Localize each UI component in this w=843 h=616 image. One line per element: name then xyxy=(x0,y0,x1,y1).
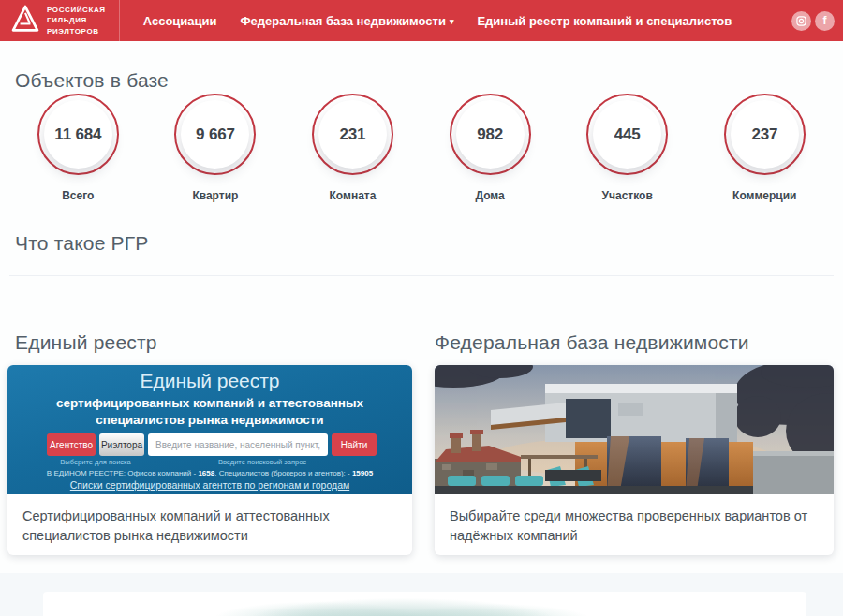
stat-circle: 982 xyxy=(450,94,531,175)
form-hints: Выберите для поиска Введите поисковый за… xyxy=(47,458,377,466)
stat-plots: 445 Участков xyxy=(558,94,696,202)
stat-total: 11 684 Всего xyxy=(9,94,147,202)
stat-value: 237 xyxy=(731,100,799,169)
stat-value: 445 xyxy=(593,100,661,169)
stat-value: 11 684 xyxy=(44,100,112,169)
facebook-icon[interactable]: f xyxy=(815,11,835,31)
map-panel xyxy=(43,592,806,616)
offices-count: 1658 xyxy=(198,469,214,477)
registry-search-input[interactable] xyxy=(148,433,328,456)
logo[interactable]: РОССИЙСКАЯ ГИЛЬДИЯ РИЭЛТОРОВ xyxy=(0,0,120,41)
stat-houses: 982 Дома xyxy=(422,94,559,202)
stat-label: Дома xyxy=(475,189,504,202)
stat-label: Коммерции xyxy=(732,189,796,202)
fdb-description: Выбирайте среди множества проверенных ва… xyxy=(435,494,834,558)
stat-value: 982 xyxy=(456,100,525,169)
stat-apartments: 9 667 Квартир xyxy=(147,94,285,202)
stat-value: 231 xyxy=(318,100,387,169)
navbar: РОССИЙСКАЯ ГИЛЬДИЯ РИЭЛТОРОВ Ассоциации … xyxy=(0,0,843,41)
social-links: f xyxy=(791,11,835,31)
stat-commercial: 237 Коммерции xyxy=(696,94,834,202)
stat-circle: 11 684 xyxy=(37,94,119,175)
stat-label: Комната xyxy=(330,189,377,202)
logo-text: РОССИЙСКАЯ ГИЛЬДИЯ РИЭЛТОРОВ xyxy=(47,5,106,37)
divider xyxy=(9,275,834,276)
fdb-card: Выбирайте среди множества проверенных ва… xyxy=(435,365,834,555)
stat-rooms: 231 Комната xyxy=(284,94,422,202)
about-section-title: Что такое РГР xyxy=(15,232,149,255)
chevron-down-icon: ▾ xyxy=(450,17,454,26)
house-photo xyxy=(435,365,834,494)
stat-label: Всего xyxy=(62,189,94,202)
instagram-icon[interactable] xyxy=(791,11,811,31)
stats-row: 11 684 Всего 9 667 Квартир 231 Комната 9… xyxy=(9,94,834,202)
certified-agencies-link[interactable]: Списки сертифицированных агентств по рег… xyxy=(7,479,412,491)
input-hint: Введите поисковый запрос xyxy=(148,458,377,466)
find-button[interactable]: Найти xyxy=(332,433,377,456)
registry-card: Единый реестр сертифицированных компаний… xyxy=(7,365,412,555)
stat-circle: 9 667 xyxy=(174,94,256,175)
nav-item-unified-registry[interactable]: Единый реестр компаний и специалистов xyxy=(477,14,732,28)
specialists-count: 15905 xyxy=(352,469,373,477)
registry-counts: В ЕДИНОМ РЕЕСТРЕ: Офисов компаний - 1658… xyxy=(7,469,412,477)
registry-banner-subtitle: сертифицированных компаний и аттестованн… xyxy=(7,395,412,428)
fdb-section-title: Федеральная база недвижимости xyxy=(435,331,749,354)
stat-circle: 231 xyxy=(312,94,393,175)
buttons-hint: Выберите для поиска xyxy=(47,458,144,466)
stat-label: Участков xyxy=(602,189,653,202)
stat-value: 9 667 xyxy=(181,100,249,169)
realtor-button[interactable]: Риэлтора xyxy=(99,433,144,456)
registry-banner: Единый реестр сертифицированных компаний… xyxy=(7,365,412,494)
stat-circle: 445 xyxy=(586,94,668,175)
registry-section-title: Единый реестр xyxy=(15,331,157,354)
page: РОССИЙСКАЯ ГИЛЬДИЯ РИЭЛТОРОВ Ассоциации … xyxy=(0,0,843,616)
agency-button[interactable]: Агентство xyxy=(47,433,96,456)
stat-label: Квартир xyxy=(192,189,238,202)
nav-item-associations[interactable]: Ассоциации xyxy=(143,14,217,28)
stats-section-title: Объектов в базе xyxy=(15,69,169,92)
registry-search-form: Агентство Риэлтора Найти xyxy=(47,433,377,456)
stat-circle: 237 xyxy=(724,94,806,175)
registry-description: Сертифицированных компаний и аттестованн… xyxy=(7,494,412,558)
registry-banner-title: Единый реестр xyxy=(7,365,412,392)
nav-item-federal-database[interactable]: Федеральная база недвижимости ▾ xyxy=(241,14,454,28)
rgr-logo-icon xyxy=(11,5,39,37)
